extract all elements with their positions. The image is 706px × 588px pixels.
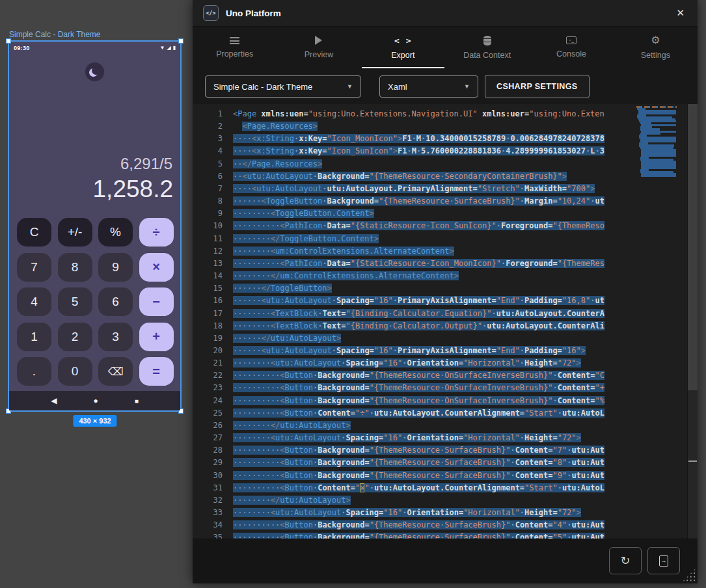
line-number: 30 [193, 470, 233, 482]
code-line[interactable]: 1<Page xmlns:uen="using:Uno.Extensions.N… [193, 108, 687, 120]
code-line[interactable]: 26········</utu:AutoLayout> [193, 420, 687, 432]
code-line[interactable]: 8······<ToggleButton·Background="{ThemeR… [193, 195, 687, 207]
export-file-button[interactable]: → [647, 547, 680, 574]
code-line[interactable]: 12········<um:ControlExtensions.Alternat… [193, 245, 687, 258]
code-line[interactable]: 29··········<Button·Background="{ThemeRe… [193, 457, 687, 469]
line-number: 32 [193, 494, 233, 507]
minimap[interactable] [636, 106, 685, 177]
code-line[interactable]: 34··········<Button·Background="{ThemeRe… [193, 519, 687, 531]
code-line[interactable]: 13··········<PathIcon·Data="{StaticResou… [193, 258, 687, 270]
android-nav-bar: ◀ ● ■ [9, 391, 180, 410]
code-line[interactable]: 23··········<Button·Background="{ThemeRe… [193, 382, 687, 394]
calc-key-%[interactable]: % [98, 218, 133, 247]
calc-key-×[interactable]: × [139, 253, 174, 282]
code-line[interactable]: 17········<TextBlock·Text="{Binding·Calc… [193, 308, 687, 320]
calc-key-=[interactable]: = [139, 357, 174, 386]
theme-toggle-button[interactable] [85, 62, 104, 81]
code-text: ········</um:ControlExtensions.Alternate… [233, 270, 687, 282]
line-number: 34 [193, 519, 233, 531]
code-line[interactable]: 10··········<PathIcon·Data="{StaticResou… [193, 220, 687, 232]
minimap-line [641, 175, 676, 177]
line-number: 20 [193, 345, 233, 357]
calc-key-7[interactable]: 7 [17, 253, 51, 282]
code-line[interactable]: 6··<utu:AutoLayout·Background="{ThemeRes… [193, 170, 687, 183]
nav-back-icon[interactable]: ◀ [51, 396, 57, 405]
moon-icon [92, 66, 100, 75]
play-icon [315, 36, 322, 45]
code-line[interactable]: 14········</um:ControlExtensions.Alterna… [193, 270, 687, 282]
calc-key-.[interactable]: . [17, 357, 51, 386]
calc-key-⌫[interactable]: ⌫ [98, 357, 133, 386]
calc-key-÷[interactable]: ÷ [139, 218, 174, 247]
code-line[interactable]: 4····<x:String·x:Key="Icon_SunIcon">F1·M… [193, 145, 687, 157]
editor-scrollbar[interactable] [687, 104, 698, 539]
close-icon[interactable]: ✕ [673, 6, 687, 20]
code-line[interactable]: 22··········<Button·Background="{ThemeRe… [193, 369, 687, 382]
code-line[interactable]: 35··········<Button·Background="{ThemeRe… [193, 531, 687, 539]
calc-key-8[interactable]: 8 [58, 253, 92, 282]
scrollbar-thumb[interactable] [688, 104, 698, 390]
code-line[interactable]: 19······</utu:AutoLayout> [193, 332, 687, 345]
code-lines: 1<Page xmlns:uen="using:Uno.Extensions.N… [193, 108, 687, 539]
code-editor[interactable]: 1<Page xmlns:uen="using:Uno.Extensions.N… [193, 104, 698, 539]
code-line[interactable]: 9········<ToggleButton.Content> [193, 207, 687, 220]
code-text: ··········<Button·Background="{ThemeReso… [233, 395, 687, 407]
line-number: 8 [193, 195, 233, 207]
code-line[interactable]: 32········</utu:AutoLayout> [193, 494, 687, 507]
code-line[interactable]: 16······<utu:AutoLayout·Spacing="16"·Pri… [193, 295, 687, 307]
code-line[interactable]: 20······<utu:AutoLayout·Spacing="16"·Pri… [193, 345, 687, 357]
code-line[interactable]: 3····<x:String·x:Key="Icon_MoonIcon">F1·… [193, 133, 687, 145]
code-line[interactable]: 21········<utu:AutoLayout·Spacing="16"·O… [193, 357, 687, 369]
code-line[interactable]: 30··········<Button·Background="{ThemeRe… [193, 470, 687, 482]
code-text: ········<um:ControlExtensions.AlternateC… [233, 245, 687, 258]
code-text: ··········<PathIcon·Data="{StaticResourc… [233, 220, 687, 232]
nav-home-icon[interactable]: ● [93, 396, 98, 405]
line-number: 16 [193, 295, 233, 307]
code-line[interactable]: 24··········<Button·Background="{ThemeRe… [193, 395, 687, 407]
code-line[interactable]: 31··········<Button·Content="×"·utu:Auto… [193, 482, 687, 494]
refresh-button[interactable]: ↻ [609, 547, 642, 574]
frame-size-badge: 430 × 932 [73, 415, 116, 427]
line-number: 33 [193, 507, 233, 519]
code-line[interactable]: 28··········<Button·Background="{ThemeRe… [193, 444, 687, 457]
line-number: 17 [193, 308, 233, 320]
calc-key-−[interactable]: − [139, 287, 174, 316]
csharp-settings-button[interactable]: CSHARP SETTINGS [485, 75, 590, 98]
calc-key-0[interactable]: 0 [58, 357, 92, 386]
tab-preview[interactable]: Preview [277, 27, 360, 68]
calc-key-C[interactable]: C [17, 218, 51, 247]
code-line[interactable]: 18········<TextBlock·Text="{Binding·Calc… [193, 320, 687, 332]
calc-key-+[interactable]: + [139, 323, 174, 351]
calc-key-4[interactable]: 4 [17, 287, 51, 316]
status-icons: ▼ ◢ ▮ [160, 46, 176, 51]
code-line[interactable]: 11········</ToggleButton.Content> [193, 233, 687, 245]
tab-settings[interactable]: ⚙Settings [614, 27, 698, 68]
frame-label[interactable]: Simple Calc - Dark Theme [9, 30, 100, 39]
code-line[interactable]: 25··········<Button·Content="÷"·utu:Auto… [193, 407, 687, 420]
code-text: ········<utu:AutoLayout·Spacing="16"·Ori… [233, 507, 687, 519]
calc-key-6[interactable]: 6 [98, 287, 133, 316]
calc-key-1[interactable]: 1 [17, 323, 51, 351]
format-select[interactable]: Xaml ▼ [379, 75, 478, 98]
code-line[interactable]: 15······</ToggleButton> [193, 282, 687, 295]
code-line[interactable]: 5··</Page.Resources> [193, 158, 687, 170]
tab-properties[interactable]: Properties [193, 27, 277, 68]
code-line[interactable]: 33········<utu:AutoLayout·Spacing="16"·O… [193, 507, 687, 519]
tab-data-context[interactable]: Data Context [445, 27, 529, 68]
code-line[interactable]: 7····<utu:AutoLayout·utu:AutoLayout.Prim… [193, 183, 687, 195]
calc-key-9[interactable]: 9 [98, 253, 133, 282]
phone-frame[interactable]: 09:30 ▼ ◢ ▮ 6,291/5 1,258.2 C+/-%÷789×45… [9, 42, 180, 410]
code-line[interactable]: 2 <Page.Resources> [193, 120, 687, 133]
tab-export[interactable]: < >Export [361, 27, 445, 68]
component-select[interactable]: Simple Calc - Dark Theme ▼ [205, 75, 361, 98]
tab-console[interactable]: ›_Console [529, 27, 613, 68]
calc-key-3[interactable]: 3 [98, 323, 133, 351]
line-number: 6 [193, 170, 233, 183]
nav-recent-icon[interactable]: ■ [135, 397, 139, 405]
line-number: 22 [193, 369, 233, 382]
calc-key-2[interactable]: 2 [58, 323, 92, 351]
calc-key-5[interactable]: 5 [58, 287, 92, 316]
calc-key-+/-[interactable]: +/- [58, 218, 92, 247]
code-line[interactable]: 27········<utu:AutoLayout·Spacing="16"·O… [193, 432, 687, 444]
resize-grip[interactable] [682, 568, 696, 582]
